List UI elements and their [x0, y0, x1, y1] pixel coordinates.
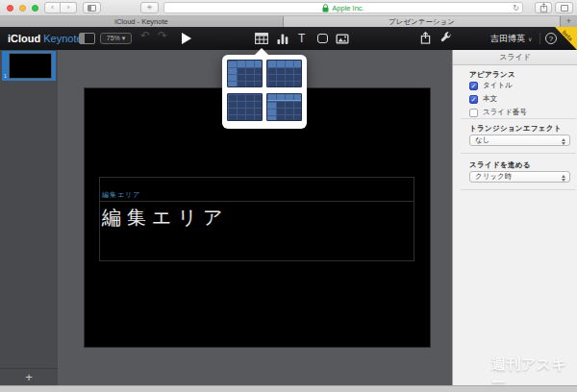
minimize-window-button[interactable]	[19, 5, 26, 12]
title-placeholder-box[interactable]: 編集エリア	[100, 178, 414, 202]
sidebar-toggle-button[interactable]	[83, 2, 101, 13]
title-placeholder-text[interactable]: 編集エリア	[102, 205, 228, 231]
slide-number: 1	[4, 73, 7, 79]
checkbox-row-title[interactable]: ✓ タイトル	[469, 81, 513, 90]
beta-label: beta	[557, 27, 577, 46]
section-divider	[461, 118, 576, 119]
lock-icon	[322, 4, 329, 12]
tabs-icon	[561, 5, 568, 12]
back-button[interactable]: ‹	[44, 2, 61, 13]
table-style-popover	[222, 55, 307, 129]
tab-icloud-keynote[interactable]: iCloud - Keynote	[0, 16, 284, 27]
body-checkbox[interactable]: ✓	[469, 95, 478, 104]
insert-shape-button[interactable]	[317, 34, 328, 43]
user-menu[interactable]: 吉田博英∨	[490, 27, 532, 50]
forward-button[interactable]: ›	[61, 2, 77, 13]
undo-button[interactable]: ↶	[140, 29, 150, 42]
new-tab-button[interactable]: +	[561, 16, 577, 27]
checkbox-row-slide-number[interactable]: スライド番号	[469, 108, 527, 117]
table-style-option-1[interactable]	[227, 60, 263, 87]
tab-bar: iCloud - Keynote プレゼンテーション +	[0, 16, 577, 27]
section-divider	[461, 189, 576, 190]
advance-value: クリック時	[475, 172, 512, 181]
user-name: 吉田博英	[490, 34, 525, 43]
zoom-level-dropdown[interactable]: 75% ▾	[100, 33, 132, 44]
help-button[interactable]: ?	[545, 33, 557, 44]
insert-table-button[interactable]	[255, 33, 268, 44]
insert-chart-button[interactable]	[277, 32, 288, 44]
table-style-option-3[interactable]	[227, 93, 263, 121]
table-header-column	[228, 61, 237, 86]
tools-button[interactable]	[439, 32, 452, 44]
slide-navigator: 1 +	[0, 50, 58, 385]
transition-select[interactable]: なし	[469, 135, 570, 146]
logo-keynote: Keynote	[43, 33, 82, 44]
slide-thumbnail[interactable]	[9, 53, 52, 79]
insert-text-button[interactable]: T	[298, 32, 305, 45]
tab-presentation[interactable]: プレゼンテーション	[284, 16, 561, 27]
window-bottom-edge	[0, 385, 577, 392]
navigator-divider	[0, 368, 58, 369]
placeholder-group[interactable]: 編集エリア 編集エリア	[99, 177, 414, 261]
tab-overview-button[interactable]	[555, 2, 573, 13]
advance-select[interactable]: クリック時	[469, 171, 570, 183]
insert-media-button[interactable]	[336, 34, 349, 44]
slide-number-checkbox[interactable]	[469, 109, 478, 117]
share-icon	[539, 3, 548, 12]
transition-section-label: トランジションエフェクト	[469, 124, 562, 134]
advance-section-label: スライドを進める	[469, 160, 531, 170]
sidebar-icon	[88, 5, 96, 12]
placeholder-tag-label: 編集エリア	[102, 190, 141, 200]
checkbox-label: スライド番号	[483, 108, 527, 117]
reload-icon[interactable]: ↻	[513, 3, 519, 13]
chart-icon	[277, 32, 288, 44]
appearance-section-label: アピアランス	[469, 70, 515, 80]
stepper-icon	[561, 174, 566, 183]
favorites-button[interactable]: ✳︎	[140, 2, 159, 13]
wrench-icon	[439, 32, 452, 44]
browser-window: ‹ › ✳︎ Apple Inc. ↻ iCloud - Keynote プレゼ…	[0, 0, 577, 392]
slide-navigator-toggle-button[interactable]	[79, 33, 95, 44]
checkbox-label: 本文	[483, 94, 497, 104]
share-icon	[420, 32, 431, 44]
play-button[interactable]	[182, 33, 191, 44]
checkbox-row-body[interactable]: ✓ 本文	[469, 94, 497, 104]
table-icon	[255, 33, 268, 44]
document-share-button[interactable]	[420, 32, 431, 44]
logo-icloud: iCloud	[8, 33, 40, 44]
zoom-window-button[interactable]	[32, 5, 38, 12]
stepper-icon	[561, 137, 566, 146]
app-logo: iCloud Keynote	[8, 27, 83, 50]
close-window-button[interactable]	[7, 5, 13, 12]
redo-button[interactable]: ↷	[158, 29, 167, 42]
address-text: Apple Inc.	[332, 4, 364, 12]
title-checkbox[interactable]: ✓	[469, 82, 478, 90]
inspector-title: スライド	[453, 50, 577, 65]
transition-value: なし	[475, 135, 489, 144]
chevron-down-icon: ∨	[528, 37, 532, 42]
media-icon	[336, 34, 349, 44]
table-style-option-2[interactable]	[266, 60, 302, 87]
table-header-row	[267, 94, 301, 101]
table-style-option-4[interactable]	[266, 93, 302, 121]
checkbox-label: タイトル	[483, 81, 513, 90]
toolbar-divider	[539, 33, 540, 44]
beta-ribbon: beta	[555, 27, 577, 50]
add-slide-button[interactable]: +	[0, 370, 58, 385]
inspector-panel: スライド アピアランス ✓ タイトル ✓ 本文 スライド番号 トランジションエフ…	[452, 50, 577, 385]
keynote-toolbar: iCloud Keynote 75% ▾ ↶ ↷ T	[0, 27, 577, 50]
section-divider	[461, 153, 576, 154]
browser-chrome: ‹ › ✳︎ Apple Inc. ↻	[0, 0, 577, 16]
table-header-column	[267, 102, 276, 120]
slide-thumbnail-row[interactable]: 1	[2, 51, 56, 81]
table-header-row	[267, 61, 301, 67]
share-button[interactable]	[535, 2, 552, 13]
address-bar[interactable]: Apple Inc. ↻	[163, 2, 523, 13]
